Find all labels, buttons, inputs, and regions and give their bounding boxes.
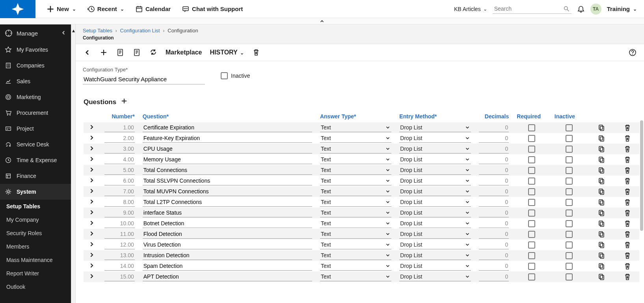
entry-method-select[interactable]: Drop List bbox=[399, 272, 471, 281]
sidebar-item-companies[interactable]: Companies bbox=[0, 58, 71, 73]
entry-method-select[interactable]: Drop List bbox=[399, 198, 471, 207]
new-button[interactable]: New ⌄ bbox=[47, 5, 76, 13]
configuration-type-input[interactable] bbox=[83, 74, 205, 84]
required-checkbox[interactable] bbox=[528, 252, 535, 259]
delete-row-button[interactable] bbox=[624, 252, 631, 260]
copy-row-button[interactable] bbox=[598, 145, 606, 153]
required-checkbox[interactable] bbox=[528, 220, 535, 227]
delete-row-button[interactable] bbox=[624, 188, 631, 196]
user-menu[interactable]: Training ⌄ bbox=[607, 6, 637, 12]
question-input[interactable] bbox=[143, 123, 312, 132]
answer-type-select[interactable]: Text bbox=[320, 123, 391, 132]
expand-row-button[interactable] bbox=[84, 218, 101, 229]
search-icon[interactable] bbox=[563, 5, 570, 13]
inactive-checkbox[interactable] bbox=[566, 135, 573, 142]
number-input[interactable] bbox=[104, 166, 135, 175]
decimals-input[interactable] bbox=[479, 134, 509, 143]
expand-row-button[interactable] bbox=[84, 261, 101, 271]
header-required[interactable]: Required bbox=[513, 111, 551, 122]
decimals-input[interactable] bbox=[479, 155, 509, 164]
expand-row-button[interactable] bbox=[84, 208, 101, 218]
delete-row-button[interactable] bbox=[624, 145, 631, 153]
number-input[interactable] bbox=[104, 208, 135, 217]
inactive-checkbox[interactable] bbox=[566, 273, 573, 281]
copy-row-button[interactable] bbox=[598, 166, 606, 174]
decimals-input[interactable] bbox=[479, 144, 509, 153]
answer-type-select[interactable]: Text bbox=[320, 166, 391, 175]
answer-type-select[interactable]: Text bbox=[320, 198, 391, 207]
inactive-checkbox[interactable] bbox=[566, 199, 573, 206]
chat-support-button[interactable]: Chat with Support bbox=[182, 5, 243, 13]
expand-row-button[interactable] bbox=[84, 197, 101, 208]
delete-row-button[interactable] bbox=[624, 241, 631, 249]
copy-row-button[interactable] bbox=[598, 262, 606, 270]
search-input[interactable] bbox=[494, 6, 563, 12]
delete-row-button[interactable] bbox=[624, 273, 631, 281]
question-input[interactable] bbox=[143, 251, 312, 260]
save-button[interactable] bbox=[116, 48, 125, 57]
delete-row-button[interactable] bbox=[624, 135, 631, 142]
copy-row-button[interactable] bbox=[598, 220, 606, 228]
delete-row-button[interactable] bbox=[624, 209, 631, 217]
add-question-button[interactable] bbox=[121, 98, 127, 106]
inactive-checkbox[interactable] bbox=[566, 220, 573, 227]
delete-row-button[interactable] bbox=[624, 156, 631, 164]
inactive-checkbox[interactable] bbox=[221, 72, 228, 79]
header-entry-method[interactable]: Entry Method* bbox=[395, 111, 475, 122]
inactive-checkbox[interactable] bbox=[566, 209, 573, 217]
question-input[interactable] bbox=[143, 176, 312, 185]
answer-type-select[interactable]: Text bbox=[320, 208, 391, 217]
question-input[interactable] bbox=[143, 134, 312, 143]
copy-row-button[interactable] bbox=[598, 230, 606, 238]
notifications-icon[interactable] bbox=[577, 5, 585, 13]
sidebar-subitem-setup-tables[interactable]: Setup Tables bbox=[0, 200, 71, 213]
sidebar-manage[interactable]: Manage bbox=[0, 24, 71, 42]
entry-method-select[interactable]: Drop List bbox=[399, 240, 471, 249]
recent-button[interactable]: Recent ⌄ bbox=[87, 5, 124, 13]
question-input[interactable] bbox=[143, 230, 312, 239]
number-input[interactable] bbox=[104, 230, 135, 239]
expand-row-button[interactable] bbox=[84, 133, 101, 144]
app-logo[interactable] bbox=[0, 0, 35, 18]
header-question[interactable]: Question* bbox=[139, 111, 316, 122]
copy-row-button[interactable] bbox=[598, 198, 606, 206]
decimals-input[interactable] bbox=[479, 166, 509, 175]
marketplace-link[interactable]: Marketplace bbox=[166, 49, 202, 56]
scrollbar[interactable] bbox=[640, 120, 643, 231]
required-checkbox[interactable] bbox=[528, 231, 535, 238]
inactive-checkbox[interactable] bbox=[566, 241, 573, 249]
question-input[interactable] bbox=[143, 272, 312, 281]
number-input[interactable] bbox=[104, 144, 135, 153]
answer-type-select[interactable]: Text bbox=[320, 176, 391, 185]
number-input[interactable] bbox=[104, 219, 135, 228]
header-number[interactable]: Number* bbox=[101, 111, 139, 122]
entry-method-select[interactable]: Drop List bbox=[399, 219, 471, 228]
answer-type-select[interactable]: Text bbox=[320, 262, 391, 271]
required-checkbox[interactable] bbox=[528, 209, 535, 217]
inactive-checkbox[interactable] bbox=[566, 188, 573, 195]
required-checkbox[interactable] bbox=[528, 188, 535, 195]
user-avatar[interactable]: TA bbox=[590, 4, 601, 15]
sidebar-item-system[interactable]: System bbox=[0, 184, 71, 200]
sidebar-subitem-members[interactable]: Members bbox=[0, 240, 71, 253]
expand-row-button[interactable] bbox=[84, 176, 101, 186]
expand-row-button[interactable] bbox=[84, 239, 101, 250]
copy-row-button[interactable] bbox=[598, 156, 606, 164]
question-input[interactable] bbox=[143, 187, 312, 196]
question-input[interactable] bbox=[143, 144, 312, 153]
question-input[interactable] bbox=[143, 166, 312, 175]
entry-method-select[interactable]: Drop List bbox=[399, 166, 471, 175]
required-checkbox[interactable] bbox=[528, 146, 535, 153]
entry-method-select[interactable]: Drop List bbox=[399, 123, 471, 132]
sidebar-item-finance[interactable]: Finance bbox=[0, 168, 71, 184]
topbar-expand-handle[interactable] bbox=[0, 18, 644, 24]
header-answer-type[interactable]: Answer Type* bbox=[316, 111, 395, 122]
number-input[interactable] bbox=[104, 134, 135, 143]
question-input[interactable] bbox=[143, 208, 312, 217]
required-checkbox[interactable] bbox=[528, 156, 535, 163]
entry-method-select[interactable]: Drop List bbox=[399, 187, 471, 196]
number-input[interactable] bbox=[104, 272, 135, 281]
entry-method-select[interactable]: Drop List bbox=[399, 208, 471, 217]
expand-row-button[interactable] bbox=[84, 271, 101, 282]
entry-method-select[interactable]: Drop List bbox=[399, 144, 471, 153]
